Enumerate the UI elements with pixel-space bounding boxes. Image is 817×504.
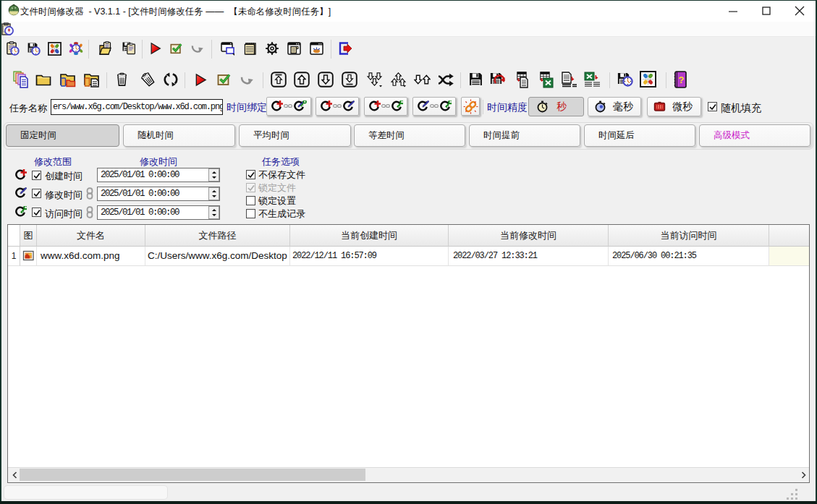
svg-text:?: ? (679, 74, 685, 85)
